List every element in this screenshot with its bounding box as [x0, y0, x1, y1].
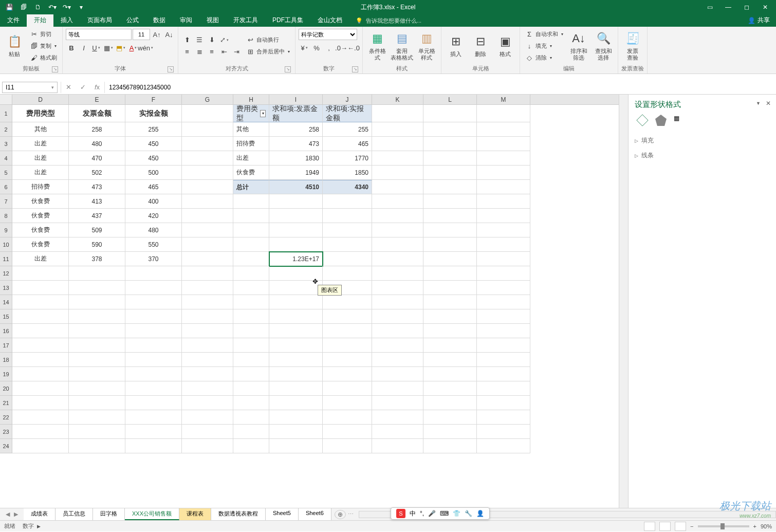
cell[interactable]: [372, 151, 423, 166]
cell[interactable]: [12, 367, 69, 381]
col-header-I[interactable]: I: [269, 95, 323, 104]
zoom-out-icon[interactable]: −: [690, 523, 693, 529]
sheet-tab[interactable]: 数据透视表教程: [211, 508, 266, 520]
cell[interactable]: [477, 425, 530, 439]
cell[interactable]: [423, 266, 477, 281]
cell[interactable]: [182, 410, 233, 425]
cell[interactable]: 费用类型: [12, 105, 69, 122]
col-header-H[interactable]: H: [233, 95, 269, 104]
cell[interactable]: [269, 223, 323, 237]
zoom-level[interactable]: 90%: [761, 523, 772, 529]
cell[interactable]: 450: [125, 137, 182, 151]
cell[interactable]: [233, 266, 269, 281]
effects-tab-icon[interactable]: [655, 115, 667, 126]
cell[interactable]: [12, 410, 69, 425]
invoice-button[interactable]: 🧾发票 查验: [621, 28, 644, 64]
cell[interactable]: [423, 180, 477, 194]
cell[interactable]: [12, 324, 69, 338]
cell[interactable]: 其他: [233, 122, 269, 137]
font-launcher[interactable]: ↘: [168, 66, 174, 72]
cell[interactable]: 费用类型▾: [233, 105, 269, 122]
cell[interactable]: 伙食费: [12, 223, 69, 237]
cell[interactable]: [233, 381, 269, 396]
cell[interactable]: [323, 324, 372, 338]
cell[interactable]: [182, 281, 233, 295]
cell[interactable]: [182, 194, 233, 209]
cell[interactable]: 500: [125, 166, 182, 180]
cell[interactable]: [233, 252, 269, 266]
cell[interactable]: [372, 252, 423, 266]
cell[interactable]: [69, 338, 125, 353]
cell[interactable]: [477, 252, 530, 266]
painter-button[interactable]: 🖌格式刷: [28, 52, 59, 63]
tab-data[interactable]: 数据: [146, 14, 173, 27]
col-header-E[interactable]: E: [69, 95, 125, 104]
tab-dev[interactable]: 开发工具: [226, 14, 265, 27]
ime-tool-icon[interactable]: 🔧: [465, 510, 472, 517]
cell[interactable]: [323, 194, 372, 209]
cell[interactable]: [323, 295, 372, 309]
cell[interactable]: [269, 295, 323, 309]
ribbon-options-icon[interactable]: ▭: [701, 2, 718, 13]
cell[interactable]: [233, 353, 269, 367]
cell[interactable]: 470: [69, 151, 125, 166]
cell[interactable]: [269, 338, 323, 353]
increase-decimal-icon[interactable]: .0→: [336, 42, 347, 53]
cell[interactable]: 4510: [269, 180, 323, 194]
decrease-decimal-icon[interactable]: ←.0: [348, 42, 359, 53]
cell[interactable]: [477, 166, 530, 180]
formula-input[interactable]: [105, 82, 776, 93]
cell[interactable]: [69, 281, 125, 295]
ime-lang[interactable]: 中: [410, 509, 416, 518]
sogou-icon[interactable]: S: [396, 509, 405, 518]
align-right-icon[interactable]: ≡: [206, 46, 217, 58]
font-size-select[interactable]: [133, 29, 150, 40]
tab-wps[interactable]: 金山文档: [310, 14, 349, 27]
cell[interactable]: 450: [125, 151, 182, 166]
percent-icon[interactable]: %: [311, 42, 322, 53]
cell[interactable]: [269, 209, 323, 223]
phonetic-icon[interactable]: wén: [140, 42, 151, 53]
cell[interactable]: [269, 309, 323, 324]
fill-section[interactable]: ▷填充: [635, 133, 770, 148]
ime-keyboard-icon[interactable]: ⌨: [440, 510, 449, 517]
cell[interactable]: [372, 137, 423, 151]
cell[interactable]: [269, 194, 323, 209]
cell[interactable]: [323, 353, 372, 367]
fill-line-tab-icon[interactable]: [636, 114, 648, 126]
cell[interactable]: [269, 353, 323, 367]
line-section[interactable]: ▷线条: [635, 148, 770, 163]
sheet-nav[interactable]: ◀▶: [0, 511, 24, 518]
row-header-24[interactable]: 24: [0, 439, 12, 453]
cell[interactable]: [372, 281, 423, 295]
cell[interactable]: [269, 396, 323, 410]
col-header-K[interactable]: K: [372, 95, 423, 104]
tell-me-search[interactable]: 💡 告诉我您想要做什么...: [356, 17, 421, 27]
cell[interactable]: [323, 209, 372, 223]
cell[interactable]: [182, 324, 233, 338]
cell[interactable]: [372, 338, 423, 353]
ime-user-icon[interactable]: 👤: [476, 510, 484, 517]
cell[interactable]: [182, 151, 233, 166]
cell[interactable]: [233, 425, 269, 439]
cell[interactable]: [182, 252, 233, 266]
cell[interactable]: [233, 281, 269, 295]
cell[interactable]: 480: [69, 137, 125, 151]
indent-increase-icon[interactable]: ⇥: [231, 46, 242, 58]
cell[interactable]: [69, 324, 125, 338]
cell[interactable]: 258: [269, 122, 323, 137]
cell[interactable]: [182, 137, 233, 151]
cell[interactable]: [182, 105, 233, 122]
format-cells-button[interactable]: ▣格式: [494, 28, 516, 64]
cell[interactable]: [182, 396, 233, 410]
align-launcher[interactable]: ↘: [285, 66, 291, 72]
cell[interactable]: [69, 367, 125, 381]
cell[interactable]: [233, 209, 269, 223]
cell[interactable]: 其他: [12, 122, 69, 137]
undo-icon[interactable]: ↶▾: [46, 2, 59, 13]
row-header-6[interactable]: 6: [0, 180, 12, 194]
cell[interactable]: 总计: [233, 180, 269, 194]
cell[interactable]: [372, 237, 423, 252]
row-header-7[interactable]: 7: [0, 194, 12, 209]
size-tab-icon[interactable]: ▦: [674, 115, 685, 126]
